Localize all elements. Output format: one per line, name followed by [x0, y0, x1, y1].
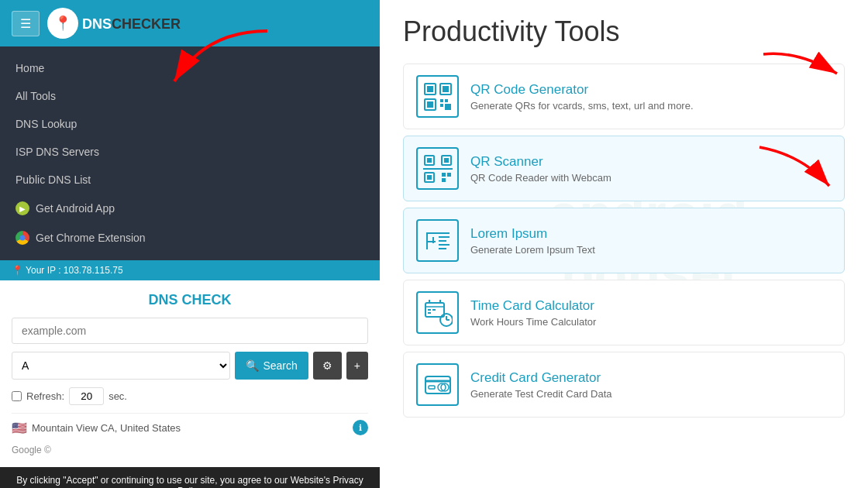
- lorem-ipsum-icon-box: [416, 219, 459, 262]
- left-panel: ☰ 📍 DNSCHECKER Home All Tools DNS Lookup…: [0, 0, 380, 488]
- svg-rect-12: [445, 104, 451, 110]
- dns-check-title: DNS CHECK: [12, 292, 368, 308]
- svg-rect-22: [442, 178, 446, 182]
- info-button[interactable]: ℹ: [353, 420, 368, 435]
- svg-rect-20: [442, 173, 446, 177]
- right-panel: Productivity Tools android ponsel: [380, 0, 868, 488]
- svg-rect-26: [432, 237, 434, 243]
- flag-icon: 🇺🇸: [12, 421, 27, 435]
- qr-code-icon: [423, 82, 453, 112]
- qr-generator-desc: Generate QRs for vcards, sms, text, url …: [470, 100, 832, 112]
- tool-card-lorem-ipsum[interactable]: Lorem Ipsum Generate Lorem Ipsum Text: [403, 208, 845, 273]
- sidebar-item-all-tools[interactable]: All Tools: [0, 82, 380, 110]
- location-left: 🇺🇸 Mountain View CA, United States: [12, 421, 181, 435]
- svg-rect-31: [439, 248, 446, 249]
- dns-controls: A AAAA MX NS TXT CNAME 🔍 Search ⚙ +: [12, 352, 368, 380]
- svg-rect-18: [427, 175, 432, 180]
- logo-icon: 📍: [47, 8, 78, 39]
- tool-card-qr-scanner[interactable]: QR Scanner QR Code Reader with Webcam: [403, 136, 845, 201]
- qr-generator-icon-box: [416, 75, 459, 118]
- qr-scanner-info: QR Scanner QR Code Reader with Webcam: [470, 154, 832, 184]
- sidebar-item-android-app[interactable]: ▶ Get Android App: [0, 194, 380, 223]
- sidebar-item-public-dns[interactable]: Public DNS List: [0, 166, 380, 194]
- credit-card-info: Credit Card Generator Generate Test Cred…: [470, 370, 832, 400]
- svg-rect-27: [439, 232, 450, 234]
- time-card-desc: Work Hours Time Calculator: [470, 316, 832, 328]
- hamburger-button[interactable]: ☰: [12, 11, 40, 36]
- tool-card-qr-generator[interactable]: QR Code Generator Generate QRs for vcard…: [403, 64, 845, 129]
- add-button[interactable]: +: [346, 352, 368, 380]
- tool-card-credit-card[interactable]: Credit Card Generator Generate Test Cred…: [403, 352, 845, 418]
- qr-scanner-icon-box: [416, 147, 459, 190]
- svg-rect-8: [427, 101, 433, 108]
- qr-generator-name: QR Code Generator: [470, 82, 832, 98]
- refresh-label: Refresh:: [26, 390, 64, 402]
- qr-generator-info: QR Code Generator Generate QRs for vcard…: [470, 82, 832, 112]
- svg-rect-9: [440, 99, 443, 102]
- record-type-select[interactable]: A AAAA MX NS TXT CNAME: [12, 352, 230, 380]
- time-card-icon: [423, 298, 453, 328]
- sidebar-item-chrome-extension[interactable]: Get Chrome Extension: [0, 223, 380, 253]
- sidebar-item-isp-dns[interactable]: ISP DNS Servers: [0, 138, 380, 166]
- svg-rect-36: [428, 309, 431, 311]
- svg-rect-4: [427, 86, 433, 92]
- svg-rect-30: [439, 244, 450, 246]
- svg-rect-28: [439, 236, 450, 238]
- gear-icon: ⚙: [322, 359, 332, 372]
- qr-scanner-name: QR Scanner: [470, 154, 832, 170]
- svg-rect-21: [447, 173, 451, 177]
- refresh-checkbox[interactable]: [12, 391, 22, 401]
- svg-rect-10: [445, 99, 448, 102]
- nav-bar: ☰ 📍 DNSCHECKER: [0, 0, 380, 46]
- dns-check-section: DNS CHECK A AAAA MX NS TXT CNAME 🔍 Searc…: [0, 280, 380, 467]
- logo-text: DNSCHECKER: [82, 13, 181, 33]
- android-icon: ▶: [16, 201, 29, 215]
- lorem-ipsum-icon: [423, 226, 453, 256]
- svg-rect-29: [439, 240, 446, 242]
- plus-icon: +: [354, 359, 360, 372]
- refresh-interval-input[interactable]: [69, 387, 104, 405]
- svg-rect-16: [444, 158, 449, 163]
- cookie-banner: By clicking "Accept" or continuing to us…: [0, 467, 380, 488]
- svg-rect-37: [432, 309, 436, 311]
- refresh-row: Refresh: sec.: [12, 387, 368, 405]
- svg-rect-6: [443, 86, 449, 92]
- lorem-ipsum-desc: Generate Lorem Ipsum Text: [470, 244, 832, 256]
- sidebar-menu: Home All Tools DNS Lookup ISP DNS Server…: [0, 46, 380, 260]
- credit-card-icon-box: [416, 363, 459, 406]
- logo-area: 📍 DNSCHECKER: [47, 8, 181, 39]
- cookie-text: By clicking "Accept" or continuing to us…: [16, 475, 363, 488]
- search-icon: 🔍: [246, 359, 259, 372]
- location-sub: Google ©: [12, 442, 368, 455]
- tools-list: QR Code Generator Generate QRs for vcard…: [403, 64, 845, 418]
- time-card-name: Time Card Calculator: [470, 298, 832, 314]
- qr-scanner-desc: QR Code Reader with Webcam: [470, 172, 832, 184]
- svg-rect-44: [429, 386, 435, 389]
- chrome-icon: [16, 231, 29, 245]
- ip-bar: 📍 Your IP : 103.78.115.75: [0, 260, 380, 280]
- qr-scanner-icon: [423, 154, 453, 184]
- sec-label: sec.: [108, 390, 127, 402]
- svg-rect-25: [426, 241, 436, 242]
- svg-rect-11: [440, 104, 443, 107]
- svg-rect-14: [427, 158, 432, 163]
- ip-label: 📍 Your IP : 103.78.115.75: [12, 265, 123, 276]
- location-text: Mountain View CA, United States: [32, 422, 181, 434]
- sidebar-item-home[interactable]: Home: [0, 54, 380, 82]
- page-title: Productivity Tools: [403, 15, 845, 48]
- credit-card-icon: [423, 370, 453, 400]
- search-button[interactable]: 🔍 Search: [235, 352, 308, 380]
- lorem-ipsum-name: Lorem Ipsum: [470, 226, 832, 242]
- sidebar-item-dns-lookup[interactable]: DNS Lookup: [0, 110, 380, 138]
- time-card-info: Time Card Calculator Work Hours Time Cal…: [470, 298, 832, 328]
- credit-card-name: Credit Card Generator: [470, 370, 832, 386]
- credit-card-desc: Generate Test Credit Card Data: [470, 388, 832, 400]
- time-card-icon-box: [416, 291, 459, 334]
- domain-input[interactable]: [12, 318, 368, 344]
- svg-rect-38: [428, 312, 431, 314]
- location-row: 🇺🇸 Mountain View CA, United States ℹ: [12, 413, 368, 442]
- svg-rect-24: [426, 232, 439, 234]
- tool-card-time-card[interactable]: Time Card Calculator Work Hours Time Cal…: [403, 280, 845, 345]
- lorem-ipsum-info: Lorem Ipsum Generate Lorem Ipsum Text: [470, 226, 832, 256]
- settings-button[interactable]: ⚙: [313, 352, 342, 380]
